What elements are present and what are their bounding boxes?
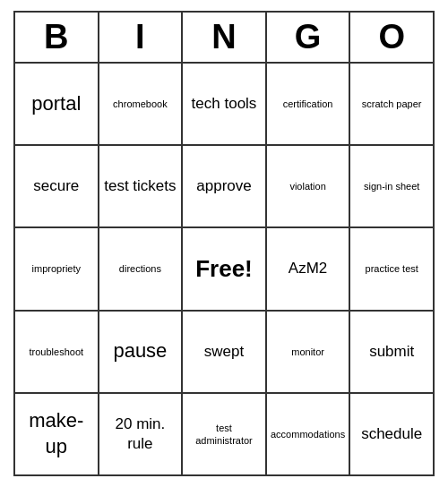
header-letter-B: B — [15, 13, 99, 62]
cell-text-3-0: troubleshoot — [30, 346, 84, 358]
cell-text-4-4: schedule — [361, 424, 422, 444]
bingo-cell-2-1: directions — [99, 228, 184, 309]
bingo-row-1: securetest ticketsapproveviolationsign-i… — [15, 146, 433, 228]
bingo-cell-0-1: chromebook — [99, 64, 184, 144]
header-letter-I: I — [99, 13, 184, 62]
bingo-cell-1-1: test tickets — [99, 146, 184, 226]
bingo-cell-4-4: schedule — [350, 394, 433, 474]
bingo-cell-4-2: test administrator — [183, 394, 267, 474]
header-letter-N: N — [183, 13, 267, 62]
cell-text-1-2: approve — [196, 176, 251, 196]
bingo-row-2: improprietydirectionsFree!AzM2practice t… — [15, 228, 433, 311]
cell-text-1-4: sign-in sheet — [364, 180, 419, 192]
bingo-header: BINGO — [15, 13, 433, 64]
bingo-cell-1-4: sign-in sheet — [350, 146, 433, 226]
cell-text-0-3: certification — [283, 98, 333, 110]
bingo-cell-3-1: pause — [99, 312, 184, 392]
bingo-cell-3-3: monitor — [267, 312, 351, 392]
bingo-cell-4-0: make-up — [15, 394, 99, 474]
bingo-cell-3-2: swept — [183, 312, 267, 392]
cell-text-4-3: accommodations — [271, 428, 345, 440]
bingo-cell-0-3: certification — [267, 64, 351, 144]
bingo-cell-4-1: 20 min. rule — [99, 394, 184, 474]
cell-text-1-1: test tickets — [104, 176, 176, 196]
bingo-cell-2-3: AzM2 — [267, 228, 351, 309]
cell-text-0-0: portal — [31, 91, 81, 117]
bingo-cell-3-0: troubleshoot — [15, 312, 99, 392]
bingo-cell-0-4: scratch paper — [350, 64, 433, 144]
cell-text-0-4: scratch paper — [362, 98, 422, 110]
bingo-row-0: portalchromebooktech toolscertifications… — [15, 64, 433, 146]
bingo-cell-2-0: impropriety — [15, 228, 99, 309]
cell-text-3-1: pause — [113, 338, 167, 364]
cell-text-2-1: directions — [119, 262, 161, 275]
bingo-cell-0-2: tech tools — [183, 64, 267, 144]
cell-text-2-2: Free! — [195, 254, 253, 285]
cell-text-0-1: chromebook — [113, 98, 168, 110]
bingo-cell-1-3: violation — [267, 146, 351, 226]
header-letter-O: O — [350, 13, 433, 62]
cell-text-1-3: violation — [289, 180, 325, 192]
bingo-cell-1-2: approve — [183, 146, 267, 226]
cell-text-4-2: test administrator — [186, 422, 262, 448]
cell-text-4-0: make-up — [19, 408, 94, 459]
cell-text-3-3: monitor — [291, 346, 324, 358]
bingo-cell-3-4: submit — [350, 312, 433, 392]
bingo-cell-4-3: accommodations — [267, 394, 351, 474]
cell-text-2-3: AzM2 — [289, 259, 327, 278]
bingo-row-3: troubleshootpausesweptmonitorsubmit — [15, 312, 433, 394]
cell-text-2-4: practice test — [366, 262, 418, 275]
bingo-cell-2-2: Free! — [183, 228, 267, 309]
bingo-cell-1-0: secure — [15, 146, 99, 226]
bingo-card: BINGO portalchromebooktech toolscertific… — [13, 11, 435, 476]
cell-text-2-0: impropriety — [32, 262, 81, 275]
cell-text-4-1: 20 min. rule — [103, 414, 178, 454]
bingo-cell-2-4: practice test — [350, 228, 433, 309]
cell-text-3-2: swept — [204, 342, 244, 362]
bingo-cell-0-0: portal — [15, 64, 99, 144]
bingo-row-4: make-up20 min. ruletest administratoracc… — [15, 394, 433, 474]
header-letter-G: G — [267, 13, 351, 62]
bingo-body: portalchromebooktech toolscertifications… — [15, 64, 433, 474]
cell-text-1-0: secure — [33, 176, 79, 196]
cell-text-3-4: submit — [369, 342, 414, 362]
cell-text-0-2: tech tools — [192, 94, 257, 114]
